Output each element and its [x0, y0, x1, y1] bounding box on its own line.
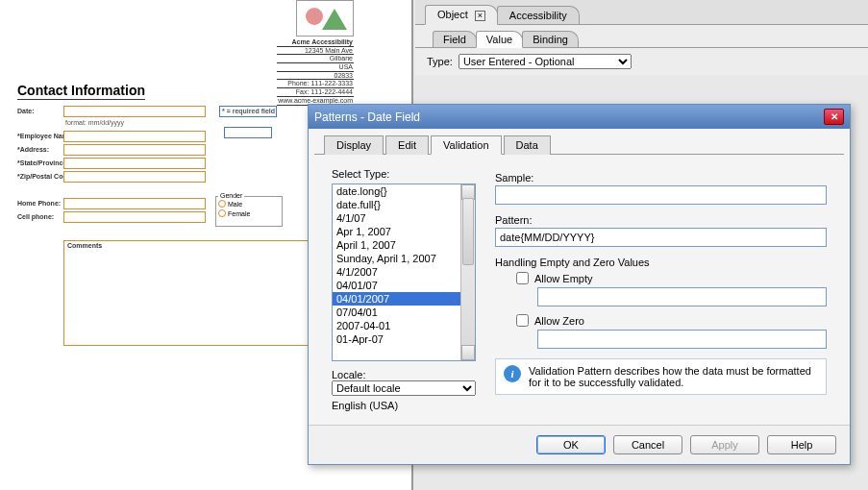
employee-name-field[interactable] [63, 131, 206, 142]
tab-accessibility[interactable]: Accessibility [497, 6, 580, 24]
info-text: Validation Pattern describes how the dat… [529, 365, 818, 388]
subtab-binding[interactable]: Binding [522, 31, 579, 47]
allow-empty-field[interactable] [537, 287, 827, 306]
tab-object[interactable]: Object × [425, 5, 498, 25]
home-phone-label: Home Phone: [17, 200, 61, 207]
gender-legend: Gender [218, 192, 244, 199]
select-type-label: Select Type: [332, 168, 476, 180]
cancel-button[interactable]: Cancel [613, 435, 682, 454]
type-option[interactable]: 07/04/01 [333, 306, 460, 319]
locale-label: Locale: [332, 369, 365, 380]
close-icon[interactable]: × [475, 11, 485, 21]
date-format-hint: format: mm/dd/yyyy [65, 119, 124, 126]
tab-validation[interactable]: Validation [431, 135, 502, 155]
home-phone-field[interactable] [63, 198, 206, 209]
company-logo [296, 0, 354, 37]
date-field[interactable] [63, 106, 206, 117]
svg-marker-1 [322, 9, 347, 30]
dialog-tabs: Display Edit Validation Data [314, 135, 844, 155]
type-option[interactable]: 4/1/2007 [333, 265, 460, 279]
type-option[interactable]: 04/01/2007 [333, 292, 460, 306]
state-field[interactable] [63, 158, 206, 169]
type-option[interactable]: 01-Apr-07 [333, 332, 460, 346]
tab-data[interactable]: Data [504, 135, 551, 155]
type-option[interactable]: April 1, 2007 [333, 238, 460, 252]
patterns-dialog: Patterns - Date Field ✕ Display Edit Val… [308, 104, 851, 465]
type-select[interactable]: User Entered - Optional [459, 54, 632, 69]
allow-empty-label: Allow Empty [534, 273, 593, 284]
gender-male-radio[interactable] [218, 200, 226, 208]
zip-field[interactable] [63, 171, 206, 183]
allow-zero-field[interactable] [537, 330, 827, 349]
listbox-scrollbar[interactable] [460, 184, 475, 360]
sample-label: Sample: [495, 172, 827, 184]
pattern-field[interactable] [495, 228, 827, 247]
type-option[interactable]: Apr 1, 2007 [333, 225, 460, 238]
ok-button[interactable]: OK [536, 435, 606, 454]
type-label: Type: [427, 56, 453, 67]
allow-zero-label: Allow Zero [534, 315, 584, 327]
address-field[interactable] [63, 144, 206, 156]
cell-phone-label: Cell phone: [17, 213, 54, 220]
apply-button[interactable]: Apply [690, 435, 759, 454]
comments-field[interactable] [63, 240, 313, 346]
address-label: *Address: [17, 146, 49, 153]
state-label: *State/Province: [17, 159, 69, 166]
type-option[interactable]: date.long{} [333, 184, 460, 198]
tab-display[interactable]: Display [324, 135, 384, 155]
dialog-buttons: OK Cancel Apply Help [309, 425, 850, 464]
panel-tabs: Object × Accessibility [415, 0, 868, 25]
info-panel: i Validation Pattern describes how the d… [495, 358, 827, 395]
dialog-close-button[interactable]: ✕ [824, 109, 844, 125]
subtab-field[interactable]: Field [433, 31, 477, 47]
handling-section-label: Handling Empty and Zero Values [495, 257, 827, 268]
comments-label: Comments [67, 242, 102, 249]
type-option[interactable]: 4/1/07 [333, 211, 460, 225]
dialog-title: Patterns - Date Field [314, 110, 420, 124]
pattern-label: Pattern: [495, 214, 827, 226]
dialog-titlebar[interactable]: Patterns - Date Field ✕ [309, 105, 850, 129]
type-option[interactable]: Sunday, April 1, 2007 [333, 252, 460, 265]
allow-zero-checkbox[interactable] [516, 314, 529, 327]
aux-box [224, 127, 272, 138]
section-heading: Contact Information [17, 83, 145, 100]
gender-female-radio[interactable] [218, 209, 226, 217]
company-name: Acme Accessibility [277, 38, 354, 47]
locale-select[interactable]: Default locale [332, 380, 476, 396]
help-button[interactable]: Help [767, 435, 836, 454]
tab-edit[interactable]: Edit [385, 135, 429, 155]
select-type-listbox[interactable]: date.long{}date.full{}4/1/07Apr 1, 2007A… [332, 184, 476, 361]
date-label: Date: [17, 108, 35, 114]
gender-group: Gender Male Female [215, 196, 283, 227]
allow-empty-checkbox[interactable] [516, 272, 529, 284]
svg-point-0 [306, 8, 323, 25]
type-option[interactable]: date.full{} [333, 198, 460, 211]
sample-field[interactable] [495, 185, 827, 205]
object-subtabs: Field Value Binding [415, 25, 868, 48]
cell-phone-field[interactable] [63, 211, 206, 223]
type-option[interactable]: 04/01/07 [333, 279, 460, 292]
required-legend: * = required field [222, 108, 275, 114]
company-address-block: Acme Accessibility 12345 Main Ave Gilban… [277, 38, 354, 106]
properties-panel: Object × Accessibility Field Value Bindi… [415, 0, 868, 75]
locale-display: English (USA) [332, 400, 476, 411]
info-icon: i [504, 365, 521, 382]
subtab-value[interactable]: Value [476, 31, 523, 48]
type-option[interactable]: 2007-04-01 [333, 319, 460, 332]
